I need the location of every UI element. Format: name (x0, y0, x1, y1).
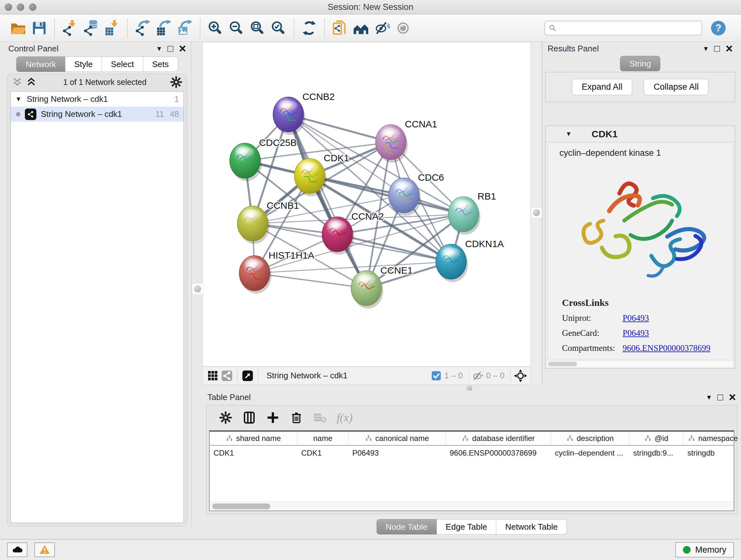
zoom-in-button[interactable] (206, 18, 225, 38)
node-label-CCNB1: CCNB1 (267, 200, 299, 211)
node-label-RB1: RB1 (477, 191, 496, 201)
network-canvas[interactable]: CCNB2 CCNA1 CDC25B CDK1 CDC6 RB1 CCNB1 (202, 42, 531, 367)
show-hide-panel-button[interactable] (394, 18, 412, 38)
collection-label: String Network – cdk1 (27, 94, 108, 104)
cloud-button[interactable] (7, 543, 27, 557)
shared-column-icon (462, 435, 469, 442)
node-table: shared namename canonical name database … (209, 430, 734, 511)
search-input[interactable] (557, 22, 701, 35)
collapse-all-icon[interactable] (12, 77, 23, 87)
left-splitter-handle[interactable] (192, 284, 203, 294)
hide-unhide-button[interactable] (373, 18, 391, 38)
tab-string[interactable]: String (620, 56, 660, 71)
table-options-gear-button[interactable] (219, 411, 232, 425)
memory-button[interactable]: Memory (675, 542, 734, 557)
window-title: Session: New Session (0, 2, 741, 12)
genemania-query-button[interactable] (352, 18, 370, 38)
import-database-button[interactable] (82, 18, 100, 38)
column-header-name[interactable]: name (297, 432, 348, 445)
search-box[interactable] (544, 21, 702, 36)
results-float-icon[interactable]: □ (714, 44, 720, 53)
zoom-fit-button[interactable] (248, 18, 267, 38)
right-splitter-handle[interactable] (531, 207, 542, 218)
collection-expand-icon[interactable]: ▼ (15, 96, 22, 103)
hidden-node-edge-counts: 0 – 0 (486, 371, 504, 381)
cdk1-section-header[interactable]: ▼ CDK1 (546, 126, 735, 142)
network-collection-row[interactable]: ▼ String Network – cdk1 1 (11, 91, 184, 107)
warnings-button[interactable] (35, 543, 55, 557)
network-node-RB1[interactable]: RB1 (448, 191, 496, 235)
tab-select[interactable]: Select (102, 57, 143, 72)
help-icon: ? (711, 20, 726, 36)
panel-float-icon[interactable]: □ (167, 44, 173, 53)
network-node-CCNE1[interactable]: CCNE1 (351, 265, 413, 309)
tab-network-table[interactable]: Network Table (496, 519, 567, 535)
network-node-CCNA1[interactable]: CCNA1 (376, 119, 437, 163)
tab-sets[interactable]: Sets (143, 57, 178, 72)
network-row-selected[interactable]: String Network – cdk1 11 48 (11, 107, 184, 122)
column-header-shared-name[interactable]: shared name (210, 432, 297, 445)
help-button[interactable]: ? (711, 20, 726, 36)
column-header-canonical-name[interactable]: canonical name (348, 432, 446, 445)
tab-node-table[interactable]: Node Table (377, 519, 437, 535)
crosslink-label: Uniprot: (562, 313, 623, 323)
import-table-button[interactable] (103, 18, 121, 38)
string-query-button[interactable] (331, 18, 349, 38)
delete-column-button[interactable] (289, 411, 304, 425)
eye-slash-icon (374, 20, 390, 36)
detach-view-button[interactable] (241, 369, 255, 383)
export-image-button[interactable] (176, 18, 194, 38)
expand-all-icon[interactable] (26, 77, 37, 87)
create-column-button[interactable] (266, 411, 280, 425)
crosslink-link[interactable]: 9606.ENSP00000378699 (623, 343, 711, 353)
table-cell: CDK1 (297, 446, 348, 460)
expand-all-button[interactable]: Expand All (572, 79, 632, 95)
table-row[interactable]: CDK1CDK1P064939606.ENSP00000378699cyclin… (210, 446, 734, 460)
network-share-icon (25, 109, 37, 120)
results-scrollbar[interactable] (548, 361, 733, 367)
results-menu-icon[interactable]: ▾ (704, 44, 708, 53)
network-node-CDC6[interactable]: CDC6 (389, 172, 444, 216)
tab-edge-table[interactable]: Edge Table (436, 519, 496, 535)
panel-close-icon[interactable]: × (179, 44, 186, 53)
column-header--id[interactable]: @id (629, 432, 684, 445)
column-header-namespace[interactable]: namespace (684, 432, 741, 445)
protein-description: cyclin–dependent kinase 1 (548, 143, 732, 158)
svg-text:?: ? (715, 22, 721, 34)
fit-selected-crosshair-icon[interactable] (514, 369, 527, 382)
birds-eye-view-button[interactable] (206, 369, 220, 383)
zoom-out-button[interactable] (227, 18, 246, 38)
crosslink-link[interactable]: P06493 (623, 313, 649, 323)
collapse-all-button[interactable]: Collapse All (644, 79, 709, 95)
open-session-button[interactable] (9, 18, 27, 38)
table-float-icon[interactable]: □ (718, 392, 723, 402)
network-overview-share-button[interactable] (220, 369, 234, 383)
control-panel: Control Panel ▾ □ × NetworkStyleSelectSe… (3, 42, 192, 529)
export-network-button[interactable] (133, 18, 152, 38)
zoom-selected-button[interactable] (269, 18, 288, 38)
delete-table-button[interactable] (313, 411, 327, 425)
node-label-CDKN1A: CDKN1A (465, 239, 503, 249)
crosslink-link[interactable]: 9606.ENSP00000378699 (623, 358, 711, 360)
column-header-database-identifier[interactable]: database identifier (446, 432, 551, 445)
network-edge-CCNB2-CCNE1[interactable] (288, 115, 366, 288)
network-options-gear-icon[interactable] (170, 76, 183, 88)
refresh-view-button[interactable] (300, 18, 319, 38)
import-network-button[interactable] (61, 18, 79, 38)
warning-icon (39, 544, 51, 556)
column-header-description[interactable]: description (551, 432, 629, 445)
tab-style[interactable]: Style (65, 57, 102, 72)
table-scrollbar[interactable] (210, 502, 734, 510)
crosslink-link[interactable]: P06493 (623, 328, 649, 338)
panel-menu-icon[interactable]: ▾ (157, 44, 161, 53)
tab-network[interactable]: Network (16, 57, 65, 72)
show-columns-button[interactable] (242, 411, 256, 425)
section-collapse-icon[interactable]: ▼ (565, 130, 572, 138)
table-close-icon[interactable]: × (729, 392, 736, 402)
table-menu-icon[interactable]: ▾ (707, 393, 711, 401)
save-session-button[interactable] (30, 18, 49, 38)
network-node-CDKN1A[interactable]: CDKN1A (436, 239, 504, 282)
results-close-icon[interactable]: × (726, 44, 733, 53)
export-table-button[interactable] (154, 18, 173, 38)
cloud-icon (11, 544, 23, 556)
